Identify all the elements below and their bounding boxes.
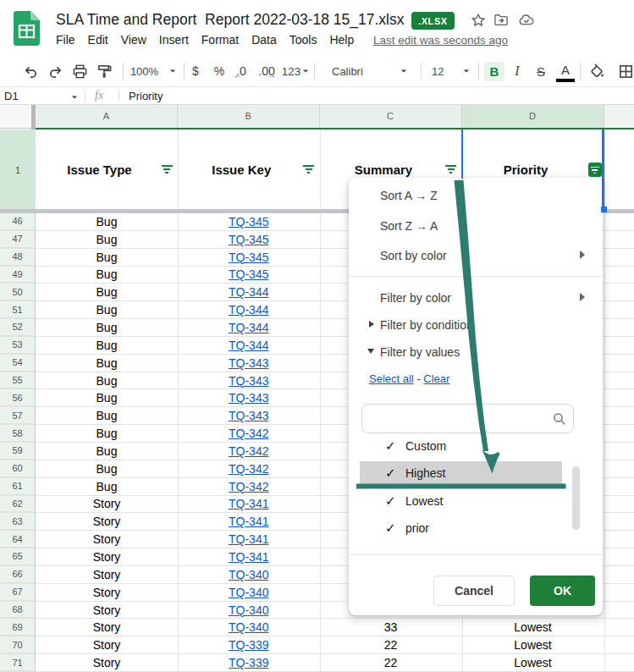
cell[interactable]: Story (36, 654, 178, 671)
font-size-select[interactable]: 12 (425, 56, 474, 86)
row-header-64[interactable]: 64 (0, 531, 35, 548)
issue-key-link[interactable]: TQ-340 (178, 584, 320, 601)
filter-search-input[interactable] (361, 404, 574, 433)
cell[interactable]: Bug (36, 389, 178, 406)
format-percent-button[interactable]: % (210, 56, 229, 86)
header-cell-issue-type[interactable]: Issue Type (36, 129, 178, 209)
cell[interactable]: Bug (36, 478, 178, 495)
issue-key-link[interactable]: TQ-341 (178, 531, 320, 548)
text-color-button[interactable]: A (555, 56, 576, 86)
zoom-select[interactable]: 100% (129, 56, 178, 86)
cell[interactable]: Lowest (462, 636, 604, 653)
row-header-52[interactable]: 52 (0, 319, 35, 336)
select-all-corner[interactable] (0, 105, 31, 129)
row-header-1[interactable]: 1 (0, 129, 36, 210)
cell[interactable]: Bug (36, 319, 178, 336)
menu-help[interactable]: Help (329, 33, 354, 47)
filter-value-custom[interactable]: ✓Custom (360, 434, 562, 458)
issue-key-link[interactable]: TQ-343 (178, 389, 320, 406)
issue-key-link[interactable]: TQ-340 (178, 602, 320, 619)
menu-item-sort-az[interactable]: Sort A → Z (380, 189, 438, 202)
filter-funnel-icon[interactable] (161, 163, 173, 174)
cell[interactable]: Story (36, 619, 178, 636)
row-header-60[interactable]: 60 (0, 460, 35, 477)
issue-key-link[interactable]: TQ-341 (178, 513, 320, 530)
cloud-saved-icon[interactable] (518, 12, 535, 29)
cell[interactable]: Story (36, 636, 178, 653)
menu-insert[interactable]: Insert (159, 33, 189, 47)
formula-input[interactable]: Priority (129, 90, 163, 102)
menu-item-sort-by-color[interactable]: Sort by color (380, 249, 447, 262)
row-header-59[interactable]: 59 (0, 443, 35, 460)
filter-value-prior[interactable]: ✓prior (360, 516, 562, 540)
column-header-C[interactable]: C (320, 105, 462, 128)
cell[interactable]: Bug (36, 355, 178, 372)
select-all-link[interactable]: Select all (369, 372, 414, 385)
row-header-67[interactable]: 67 (0, 584, 35, 601)
sheets-logo-icon[interactable] (14, 11, 40, 46)
cell[interactable]: Bug (36, 267, 178, 284)
row-header-49[interactable]: 49 (0, 267, 35, 284)
issue-key-link[interactable]: TQ-339 (178, 636, 320, 653)
menu-data[interactable]: Data (251, 33, 277, 47)
filter-value-lowest[interactable]: ✓Lowest (360, 489, 562, 513)
issue-key-link[interactable]: TQ-342 (178, 425, 320, 442)
cell[interactable]: Bug (36, 231, 178, 248)
cell[interactable]: Story (36, 548, 178, 565)
issue-key-link[interactable]: TQ-344 (178, 301, 320, 318)
move-folder-icon[interactable] (493, 12, 510, 29)
menu-file[interactable]: File (56, 33, 75, 47)
issue-key-link[interactable]: TQ-345 (178, 249, 320, 266)
cell[interactable]: Bug (36, 407, 178, 424)
issue-key-link[interactable]: TQ-343 (178, 372, 320, 389)
row-header-56[interactable]: 56 (0, 389, 35, 406)
cell[interactable]: Story (36, 602, 178, 619)
star-icon[interactable] (470, 12, 487, 29)
menu-tools[interactable]: Tools (289, 33, 317, 47)
cell[interactable]: Lowest (462, 619, 604, 636)
print-button[interactable] (69, 56, 90, 86)
name-box[interactable]: D1 (4, 90, 19, 102)
row-header-71[interactable]: 71 (0, 654, 35, 671)
issue-key-link[interactable]: TQ-341 (178, 548, 320, 565)
row-header-47[interactable]: 47 (0, 231, 35, 248)
row-header-53[interactable]: 53 (0, 337, 35, 354)
cancel-button[interactable]: Cancel (433, 576, 515, 606)
issue-key-link[interactable]: TQ-342 (178, 460, 320, 477)
cell[interactable]: Bug (36, 213, 178, 230)
cell[interactable]: 22 (320, 636, 462, 653)
bold-button[interactable]: B (484, 56, 504, 86)
issue-key-link[interactable]: TQ-344 (178, 337, 320, 354)
font-select[interactable]: Calibri (322, 56, 415, 86)
menu-edit[interactable]: Edit (88, 33, 108, 47)
row-header-58[interactable]: 58 (0, 425, 35, 442)
row-header-61[interactable]: 61 (0, 478, 35, 495)
cell[interactable]: Story (36, 584, 178, 601)
menu-item-filter-by-condition[interactable]: Filter by condition (380, 318, 473, 332)
row-header-62[interactable]: 62 (0, 496, 35, 513)
selection-fill-handle[interactable] (601, 207, 607, 212)
strikethrough-button[interactable]: S (532, 56, 550, 86)
row-header-54[interactable]: 54 (0, 355, 35, 372)
last-edit-status[interactable]: Last edit was seconds ago (373, 34, 508, 47)
row-header-68[interactable]: 68 (0, 602, 35, 619)
menu-view[interactable]: View (121, 33, 146, 47)
row-header-57[interactable]: 57 (0, 407, 35, 424)
redo-button[interactable] (45, 56, 65, 86)
borders-button[interactable] (615, 56, 634, 86)
cell[interactable]: Bug (36, 460, 178, 477)
row-header-70[interactable]: 70 (0, 636, 35, 653)
menu-item-filter-by-color[interactable]: Filter by color (380, 291, 451, 305)
document-title[interactable]: SLA Time and Report Report 2022-03-18 15… (56, 11, 405, 29)
name-box-caret-icon[interactable] (72, 96, 77, 98)
scrollbar-thumb[interactable] (572, 466, 580, 530)
cell[interactable]: Story (36, 513, 178, 530)
more-formats-button[interactable]: 123 (281, 56, 310, 86)
row-header-63[interactable]: 63 (0, 513, 35, 530)
issue-key-link[interactable]: TQ-340 (178, 566, 320, 583)
cell[interactable]: Story (36, 566, 178, 583)
cell[interactable]: Story (36, 496, 178, 513)
filter-funnel-icon[interactable] (303, 163, 315, 174)
row-header-46[interactable]: 46 (0, 213, 35, 230)
menu-format[interactable]: Format (201, 33, 239, 47)
